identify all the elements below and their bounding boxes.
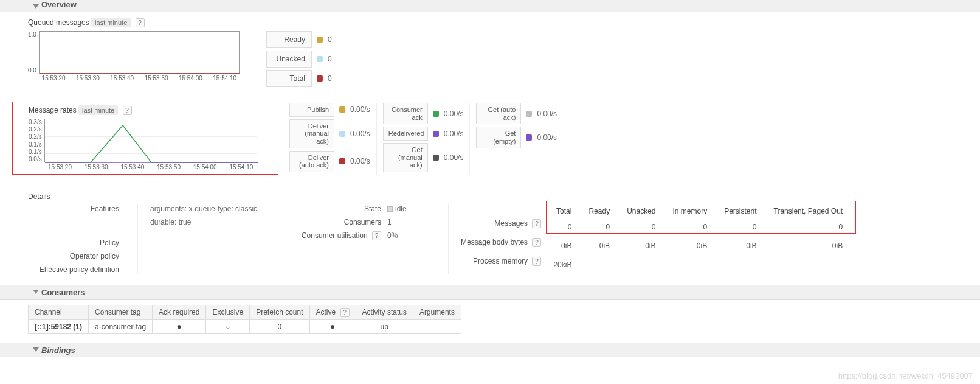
consumers-title: Consumers xyxy=(41,288,85,297)
swatch-icon xyxy=(526,134,532,141)
rate-redelivered-label[interactable]: Redelivered xyxy=(383,127,428,141)
details-heading: Details xyxy=(0,192,980,201)
features-label: Features xyxy=(28,204,125,213)
legend-unacked-label[interactable]: Unacked xyxy=(266,51,312,68)
overview-section-header[interactable]: Overview xyxy=(0,0,980,12)
rates-chart: 0.3/s 0.2/s 0.2/s 0.1/s 0.1/s 0.0/s xyxy=(29,119,260,170)
period-chip[interactable]: last minute xyxy=(78,105,118,115)
stats-messages-label: Messages xyxy=(494,219,528,228)
swatch-icon xyxy=(339,131,345,137)
legend-ready-label[interactable]: Ready xyxy=(266,31,312,48)
bindings-title: Bindings xyxy=(41,346,75,355)
rate-get-empty-label[interactable]: Get (empty) xyxy=(476,127,521,148)
rate-get-auto-label[interactable]: Get (auto ack) xyxy=(476,103,521,124)
exclusive-dot-icon: ○ xyxy=(226,323,230,330)
help-icon[interactable]: ? xyxy=(340,308,350,317)
rates-legend: Publish 0.00/s Deliver (manual ack) 0.00… xyxy=(283,103,980,175)
help-icon[interactable]: ? xyxy=(532,219,541,228)
bindings-section-header[interactable]: Bindings xyxy=(0,343,980,357)
state-label: State xyxy=(296,204,387,213)
message-rates-highlight: Message rates last minute ? 0.3/s 0.2/s … xyxy=(12,102,278,175)
table-row: 0iB 0iB 0iB 0iB 0iB 0iB xyxy=(545,237,851,256)
help-icon[interactable]: ? xyxy=(532,238,541,247)
swatch-icon xyxy=(433,111,439,117)
legend-total-label[interactable]: Total xyxy=(266,70,312,87)
policy-label: Policy xyxy=(28,239,125,247)
consumers-table: Channel Consumer tag Ack required Exclus… xyxy=(28,305,461,334)
caret-down-icon xyxy=(33,4,39,9)
rate-publish-label[interactable]: Publish xyxy=(289,103,334,117)
ack-required-dot-icon: ● xyxy=(177,321,182,331)
stats-table: Total Ready Unacked In memory Persistent… xyxy=(545,204,851,274)
consumers-section-header[interactable]: Consumers xyxy=(0,285,980,300)
stats-procmem-label: Process memory xyxy=(473,257,528,265)
consumers-count-label: Consumers xyxy=(296,218,387,226)
queued-chart: 1.0 0.0 15:53:20 15:53:30 15:53:40 15:53… xyxy=(28,31,242,82)
consumer-util-label: Consumer utilisation xyxy=(302,231,368,240)
stats-bodybytes-label: Message body bytes xyxy=(461,238,528,246)
rate-get-manual-label[interactable]: Get (manual ack) xyxy=(383,143,428,172)
active-dot-icon: ● xyxy=(330,321,335,331)
table-row: 0 0 0 0 0 0 xyxy=(545,218,851,237)
help-icon[interactable]: ? xyxy=(123,106,132,115)
swatch-icon xyxy=(526,111,532,117)
help-icon[interactable]: ? xyxy=(372,231,381,240)
idle-state-icon xyxy=(387,206,393,212)
rate-deliver-manual-label[interactable]: Deliver (manual ack) xyxy=(289,119,334,148)
help-icon[interactable]: ? xyxy=(136,18,145,27)
details-grid: Features Policy Operator policy Effectiv… xyxy=(0,204,980,274)
swatch-icon xyxy=(317,56,323,62)
rate-deliver-auto-label[interactable]: Deliver (auto ack) xyxy=(289,151,334,172)
queued-legend: Ready 0 Unacked 0 Total 0 xyxy=(266,31,332,89)
caret-down-icon xyxy=(33,347,39,352)
swatch-icon xyxy=(339,106,345,113)
queued-messages-label: Queued messages last minute ? xyxy=(28,18,980,27)
table-row: 20kiB xyxy=(545,255,851,274)
queued-messages-block: Queued messages last minute ? 1.0 0.0 15… xyxy=(0,12,980,181)
rate-consumer-ack-label[interactable]: Consumer ack xyxy=(383,103,428,124)
channel-link[interactable]: [::1]:59182 (1) xyxy=(35,323,82,331)
message-rates-label: Message rates last minute ? xyxy=(13,106,272,115)
caret-down-icon xyxy=(33,290,39,294)
swatch-icon xyxy=(317,75,323,82)
swatch-icon xyxy=(317,37,323,43)
period-chip[interactable]: last minute xyxy=(91,18,131,27)
effective-policy-label: Effective policy definition xyxy=(28,265,125,274)
operator-policy-label: Operator policy xyxy=(28,252,125,260)
swatch-icon xyxy=(339,158,345,164)
swatch-icon xyxy=(433,131,439,137)
overview-title: Overview xyxy=(41,0,77,9)
help-icon[interactable]: ? xyxy=(532,257,541,266)
swatch-icon xyxy=(433,155,439,161)
table-row: [::1]:59182 (1) a-consumer-tag ● ○ 0 ● u… xyxy=(29,319,461,333)
